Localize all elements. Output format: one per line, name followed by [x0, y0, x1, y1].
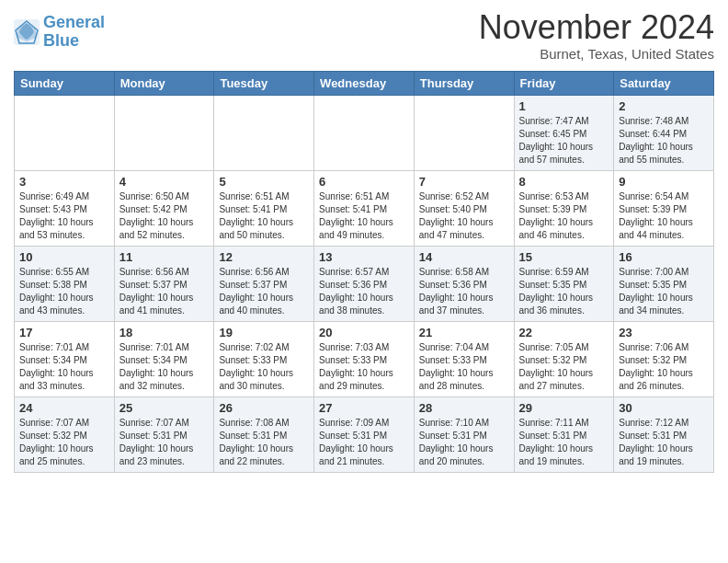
- day-number: 5: [219, 175, 309, 189]
- day-cell: 9Sunrise: 6:54 AM Sunset: 5:39 PM Daylig…: [614, 170, 714, 246]
- day-number: 23: [619, 326, 709, 339]
- day-cell: [414, 95, 514, 170]
- day-number: 1: [519, 99, 609, 113]
- day-cell: 17Sunrise: 7:01 AM Sunset: 5:34 PM Dayli…: [15, 321, 115, 396]
- day-cell: 21Sunrise: 7:04 AM Sunset: 5:33 PM Dayli…: [414, 321, 514, 396]
- day-info: Sunrise: 7:09 AM Sunset: 5:31 PM Dayligh…: [319, 417, 409, 468]
- day-number: 11: [119, 250, 210, 264]
- day-number: 15: [519, 250, 609, 264]
- day-info: Sunrise: 7:01 AM Sunset: 5:34 PM Dayligh…: [119, 341, 210, 393]
- week-row-5: 24Sunrise: 7:07 AM Sunset: 5:32 PM Dayli…: [15, 396, 714, 472]
- day-info: Sunrise: 7:04 AM Sunset: 5:33 PM Dayligh…: [419, 341, 509, 393]
- weekday-header-saturday: Saturday: [614, 71, 714, 95]
- day-info: Sunrise: 6:51 AM Sunset: 5:41 PM Dayligh…: [319, 190, 409, 242]
- day-number: 21: [419, 326, 509, 339]
- day-info: Sunrise: 7:10 AM Sunset: 5:31 PM Dayligh…: [419, 417, 509, 468]
- day-number: 4: [119, 175, 210, 189]
- weekday-header-tuesday: Tuesday: [214, 71, 314, 95]
- logo: General Blue: [14, 9, 105, 51]
- day-cell: 5Sunrise: 6:51 AM Sunset: 5:41 PM Daylig…: [214, 170, 314, 246]
- day-info: Sunrise: 6:54 AM Sunset: 5:39 PM Dayligh…: [619, 190, 709, 242]
- day-cell: 1Sunrise: 7:47 AM Sunset: 6:45 PM Daylig…: [514, 95, 614, 170]
- day-number: 6: [319, 175, 409, 189]
- day-info: Sunrise: 6:50 AM Sunset: 5:42 PM Dayligh…: [119, 190, 210, 242]
- day-cell: 28Sunrise: 7:10 AM Sunset: 5:31 PM Dayli…: [414, 396, 514, 472]
- day-cell: 12Sunrise: 6:56 AM Sunset: 5:37 PM Dayli…: [214, 246, 314, 321]
- day-cell: 16Sunrise: 7:00 AM Sunset: 5:35 PM Dayli…: [614, 246, 714, 321]
- month-title: November 2024: [479, 9, 714, 46]
- weekday-header-sunday: Sunday: [15, 71, 115, 95]
- title-block: November 2024 Burnet, Texas, United Stat…: [479, 9, 714, 62]
- day-cell: 19Sunrise: 7:02 AM Sunset: 5:33 PM Dayli…: [214, 321, 314, 396]
- day-info: Sunrise: 6:55 AM Sunset: 5:38 PM Dayligh…: [19, 266, 109, 317]
- week-row-3: 10Sunrise: 6:55 AM Sunset: 5:38 PM Dayli…: [15, 246, 714, 321]
- weekday-header-friday: Friday: [514, 71, 614, 95]
- day-info: Sunrise: 7:08 AM Sunset: 5:31 PM Dayligh…: [219, 417, 309, 468]
- day-info: Sunrise: 7:01 AM Sunset: 5:34 PM Dayligh…: [19, 341, 109, 393]
- day-cell: 6Sunrise: 6:51 AM Sunset: 5:41 PM Daylig…: [314, 170, 415, 246]
- day-number: 10: [19, 250, 109, 264]
- day-number: 26: [219, 401, 309, 415]
- day-info: Sunrise: 7:00 AM Sunset: 5:35 PM Dayligh…: [619, 266, 709, 317]
- day-info: Sunrise: 6:51 AM Sunset: 5:41 PM Dayligh…: [219, 190, 309, 242]
- day-number: 8: [519, 175, 609, 189]
- day-info: Sunrise: 7:12 AM Sunset: 5:31 PM Dayligh…: [619, 417, 709, 468]
- day-number: 19: [219, 326, 309, 339]
- day-number: 18: [119, 326, 210, 339]
- day-number: 27: [319, 401, 409, 415]
- day-number: 30: [619, 401, 709, 415]
- day-cell: 25Sunrise: 7:07 AM Sunset: 5:31 PM Dayli…: [114, 396, 214, 472]
- day-number: 13: [319, 250, 409, 264]
- day-info: Sunrise: 6:58 AM Sunset: 5:36 PM Dayligh…: [419, 266, 509, 317]
- logo-line1: General: [43, 13, 105, 31]
- day-cell: 2Sunrise: 7:48 AM Sunset: 6:44 PM Daylig…: [614, 95, 714, 170]
- weekday-header-monday: Monday: [114, 71, 214, 95]
- day-cell: 30Sunrise: 7:12 AM Sunset: 5:31 PM Dayli…: [614, 396, 714, 472]
- day-number: 12: [219, 250, 309, 264]
- logo-line2: Blue: [43, 31, 79, 50]
- weekday-header-thursday: Thursday: [414, 71, 514, 95]
- header: General Blue November 2024 Burnet, Texas…: [14, 9, 714, 62]
- day-number: 25: [119, 401, 210, 415]
- day-info: Sunrise: 7:11 AM Sunset: 5:31 PM Dayligh…: [519, 417, 609, 468]
- day-cell: 7Sunrise: 6:52 AM Sunset: 5:40 PM Daylig…: [414, 170, 514, 246]
- day-cell: 26Sunrise: 7:08 AM Sunset: 5:31 PM Dayli…: [214, 396, 314, 472]
- day-number: 9: [619, 175, 709, 189]
- week-row-2: 3Sunrise: 6:49 AM Sunset: 5:43 PM Daylig…: [15, 170, 714, 246]
- day-info: Sunrise: 6:59 AM Sunset: 5:35 PM Dayligh…: [519, 266, 609, 317]
- day-number: 29: [519, 401, 609, 415]
- day-number: 7: [419, 175, 509, 189]
- day-info: Sunrise: 6:56 AM Sunset: 5:37 PM Dayligh…: [119, 266, 210, 317]
- day-cell: 14Sunrise: 6:58 AM Sunset: 5:36 PM Dayli…: [414, 246, 514, 321]
- day-cell: 3Sunrise: 6:49 AM Sunset: 5:43 PM Daylig…: [15, 170, 115, 246]
- day-cell: 10Sunrise: 6:55 AM Sunset: 5:38 PM Dayli…: [15, 246, 115, 321]
- day-number: 17: [19, 326, 109, 339]
- day-cell: 23Sunrise: 7:06 AM Sunset: 5:32 PM Dayli…: [614, 321, 714, 396]
- day-info: Sunrise: 6:49 AM Sunset: 5:43 PM Dayligh…: [19, 190, 109, 242]
- day-cell: 27Sunrise: 7:09 AM Sunset: 5:31 PM Dayli…: [314, 396, 415, 472]
- calendar: SundayMondayTuesdayWednesdayThursdayFrid…: [14, 71, 714, 473]
- day-cell: 4Sunrise: 6:50 AM Sunset: 5:42 PM Daylig…: [114, 170, 214, 246]
- day-number: 16: [619, 250, 709, 264]
- day-info: Sunrise: 7:47 AM Sunset: 6:45 PM Dayligh…: [519, 115, 609, 167]
- day-info: Sunrise: 7:03 AM Sunset: 5:33 PM Dayligh…: [319, 341, 409, 393]
- day-info: Sunrise: 6:52 AM Sunset: 5:40 PM Dayligh…: [419, 190, 509, 242]
- day-info: Sunrise: 6:53 AM Sunset: 5:39 PM Dayligh…: [519, 190, 609, 242]
- day-number: 22: [519, 326, 609, 339]
- day-cell: 18Sunrise: 7:01 AM Sunset: 5:34 PM Dayli…: [114, 321, 214, 396]
- day-number: 14: [419, 250, 509, 264]
- day-info: Sunrise: 6:57 AM Sunset: 5:36 PM Dayligh…: [319, 266, 409, 317]
- day-cell: 22Sunrise: 7:05 AM Sunset: 5:32 PM Dayli…: [514, 321, 614, 396]
- week-row-1: 1Sunrise: 7:47 AM Sunset: 6:45 PM Daylig…: [15, 95, 714, 170]
- location-subtitle: Burnet, Texas, United States: [479, 46, 714, 62]
- day-info: Sunrise: 7:06 AM Sunset: 5:32 PM Dayligh…: [619, 341, 709, 393]
- day-cell: [314, 95, 415, 170]
- page: General Blue November 2024 Burnet, Texas…: [0, 0, 728, 487]
- day-cell: 13Sunrise: 6:57 AM Sunset: 5:36 PM Dayli…: [314, 246, 415, 321]
- day-number: 3: [19, 175, 109, 189]
- day-cell: 11Sunrise: 6:56 AM Sunset: 5:37 PM Dayli…: [114, 246, 214, 321]
- day-cell: [114, 95, 214, 170]
- day-info: Sunrise: 7:05 AM Sunset: 5:32 PM Dayligh…: [519, 341, 609, 393]
- weekday-header-row: SundayMondayTuesdayWednesdayThursdayFrid…: [15, 71, 714, 95]
- day-cell: [214, 95, 314, 170]
